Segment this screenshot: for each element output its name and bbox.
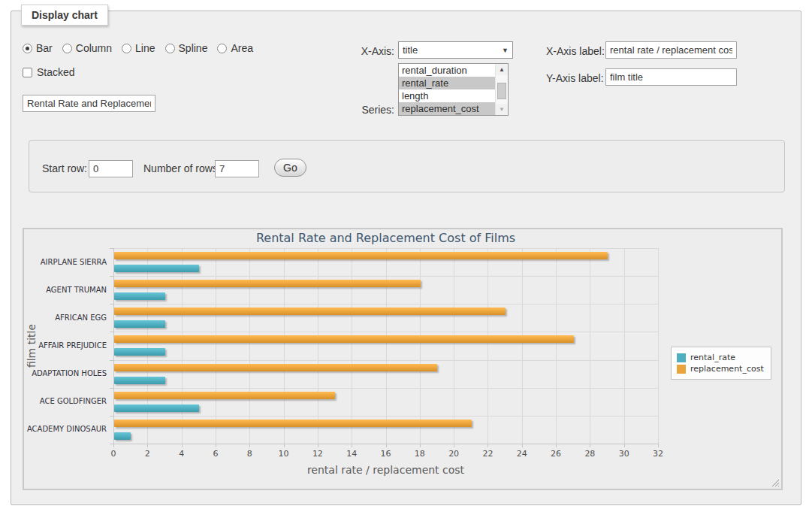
legend-item-replacement-cost[interactable]: replacement_cost [677, 364, 764, 374]
legend-swatch-icon [677, 353, 686, 362]
x-tick-label: 0 [104, 449, 123, 459]
category-label: AFFAIR PREJUDICE [24, 341, 107, 350]
y-axis-label-label: Y-Axis label: [546, 72, 604, 84]
x-tick-label: 12 [308, 449, 328, 459]
gridline [113, 276, 658, 277]
gridline [113, 360, 658, 361]
stacked-checkbox[interactable]: Stacked [23, 66, 75, 78]
x-tick-label: 26 [546, 449, 566, 459]
series-select-label: Series: [320, 104, 394, 116]
legend-item-rental-rate[interactable]: rental_rate [677, 353, 764, 362]
bar-rental-rate [114, 320, 165, 328]
chevron-down-icon: ▼ [502, 47, 509, 54]
series-options: rental_durationrental_ratelengthreplacem… [399, 64, 508, 115]
gridline [488, 248, 488, 444]
scroll-up-icon[interactable]: ▲ [496, 64, 508, 75]
chart-type-radio-bar[interactable]: Bar [23, 42, 53, 54]
x-tick-label: 10 [274, 449, 294, 459]
x-tick-label: 28 [580, 449, 599, 459]
chart-title-input[interactable] [23, 95, 155, 112]
num-rows-label: Number of rows: [143, 162, 221, 174]
bar-rental-rate [114, 404, 199, 412]
bar-rental-rate [114, 348, 165, 356]
scroll-down-icon[interactable]: ▼ [496, 104, 508, 115]
chart-container: Rental Rate and Replacement Cost of Film… [23, 228, 783, 490]
gridline [113, 248, 658, 249]
gridline [249, 248, 250, 444]
go-button[interactable]: Go [274, 159, 306, 177]
gridline [590, 248, 590, 444]
bar-replacement-cost [114, 364, 437, 371]
x-tick-label: 4 [172, 449, 192, 459]
legend-label: replacement_cost [690, 364, 764, 374]
x-tick-label: 8 [240, 449, 259, 459]
radio-label: Spline [179, 42, 208, 54]
x-axis-select[interactable]: title ▼ [398, 41, 513, 59]
x-tick-label: 32 [648, 449, 668, 459]
rows-panel: Start row: Number of rows: Go [29, 140, 785, 192]
bar-replacement-cost [114, 252, 608, 259]
gridline [420, 248, 421, 444]
gridline [658, 248, 659, 444]
series-option-replacement-cost[interactable]: replacement_cost [399, 102, 495, 115]
series-option-length[interactable]: length [399, 89, 495, 102]
chart-type-radio-area[interactable]: Area [217, 42, 253, 54]
bar-rental-rate [114, 377, 165, 384]
x-tick-label: 14 [342, 449, 361, 459]
scrollbar-thumb[interactable] [497, 83, 506, 99]
radio-icon[interactable] [217, 44, 227, 53]
chart-type-radio-spline[interactable]: Spline [165, 42, 208, 54]
gridline [556, 248, 557, 444]
gridline [352, 248, 352, 444]
legend-label: rental_rate [690, 353, 735, 362]
category-label: ADAPTATION HOLES [24, 369, 107, 377]
bar-rental-rate [114, 292, 165, 300]
bar-replacement-cost [114, 308, 506, 315]
gridline [113, 416, 658, 417]
chart-type-radio-line[interactable]: Line [122, 42, 155, 54]
radio-label: Line [135, 42, 155, 54]
bar-replacement-cost [114, 280, 421, 287]
chart-title: Rental Rate and Replacement Cost of Film… [113, 231, 658, 245]
bar-rental-rate [114, 432, 131, 440]
radio-icon[interactable] [23, 44, 32, 53]
x-axis-line [113, 444, 659, 444]
radio-label: Bar [36, 42, 53, 54]
x-axis-select-label: X-Axis: [320, 45, 394, 57]
radio-icon[interactable] [165, 44, 175, 53]
legend-swatch-icon [677, 365, 686, 374]
chart-legend: rental_ratereplacement_cost [671, 347, 771, 380]
gridline [454, 248, 454, 444]
radio-icon[interactable] [122, 44, 131, 53]
x-axis-selected-value: title [403, 44, 418, 56]
gridline [386, 248, 387, 444]
category-label: AGENT TRUMAN [24, 286, 107, 294]
gridline [113, 332, 658, 332]
x-tick-label: 22 [478, 449, 497, 459]
bar-replacement-cost [114, 420, 472, 427]
x-tick-label: 18 [410, 449, 430, 459]
series-option-rental-rate[interactable]: rental_rate [399, 77, 495, 89]
gridline [284, 248, 285, 444]
chart-type-radio-column[interactable]: Column [62, 42, 112, 54]
x-axis-label-input[interactable] [605, 41, 737, 59]
series-scrollbar[interactable]: ▲ ▼ [495, 64, 508, 115]
category-label: AIRPLANE SIERRA [24, 258, 107, 266]
x-tick-label: 24 [512, 449, 532, 459]
series-listbox[interactable]: rental_durationrental_ratelengthreplacem… [398, 63, 509, 116]
bar-replacement-cost [114, 335, 574, 343]
x-tick-label: 2 [137, 449, 157, 459]
gridline [147, 248, 148, 444]
x-tick-label: 20 [444, 449, 463, 459]
radio-label: Column [76, 42, 112, 54]
series-option-rental-duration[interactable]: rental_duration [399, 64, 495, 77]
start-row-input[interactable] [89, 160, 133, 177]
num-rows-input[interactable] [215, 160, 259, 177]
radio-icon[interactable] [62, 44, 72, 53]
y-axis-label-input[interactable] [605, 68, 737, 86]
bar-rental-rate [114, 265, 199, 272]
page: Display chart BarColumnLineSplineArea St… [0, 0, 812, 512]
bar-replacement-cost [114, 392, 335, 399]
checkbox-icon[interactable] [23, 68, 32, 77]
start-row-label: Start row: [42, 162, 87, 174]
